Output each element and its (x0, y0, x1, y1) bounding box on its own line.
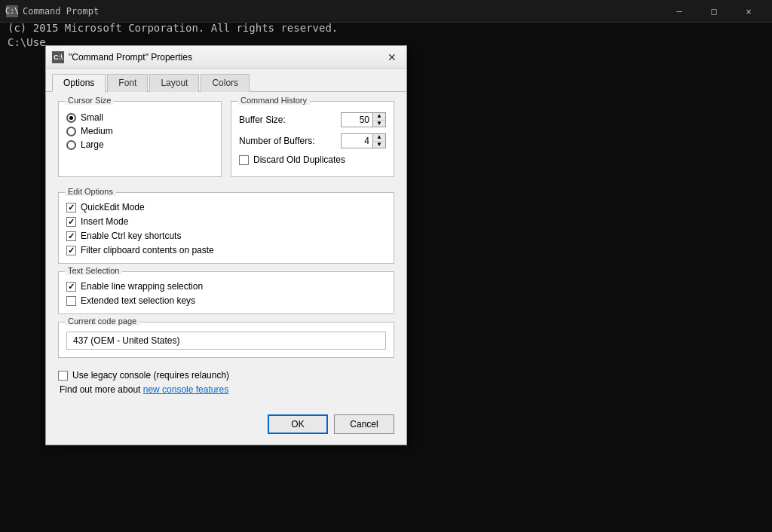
discard-duplicates-input[interactable] (239, 155, 249, 165)
cursor-size-label: Cursor Size (65, 96, 114, 105)
radio-small[interactable]: Small (66, 112, 213, 123)
cancel-button[interactable]: Cancel (334, 414, 394, 434)
ctrl-key-shortcuts-input[interactable] (66, 231, 76, 241)
tabs-bar: Options Font Layout Colors (46, 69, 406, 92)
edit-options-group: Edit Options QuickEdit Mode Insert Mode … (58, 192, 394, 264)
taskbar-icon: C:\ (6, 5, 18, 17)
taskbar: C:\ Command Prompt — □ ✕ (0, 0, 772, 23)
properties-dialog: C:\ "Command Prompt" Properties ✕ Option… (45, 45, 407, 445)
text-selection-group: Text Selection Enable line wrapping sele… (58, 271, 394, 314)
ctrl-key-shortcuts-label: Enable Ctrl key shortcuts (81, 231, 181, 241)
legacy-console-checkbox[interactable]: Use legacy console (requires relaunch) (58, 370, 394, 381)
extended-selection-input[interactable] (66, 296, 76, 306)
filter-clipboard-input[interactable] (66, 246, 76, 255)
ok-button[interactable]: OK (268, 414, 328, 434)
num-buffers-row: Number of Buffers: ▲ ▼ (239, 133, 386, 148)
buffer-size-spin-buttons: ▲ ▼ (372, 112, 386, 127)
dialog-footer: OK Cancel (46, 407, 406, 445)
radio-large-label: Large (81, 139, 104, 150)
radio-medium[interactable]: Medium (66, 126, 213, 136)
num-buffers-input[interactable] (341, 133, 372, 148)
buffer-size-down[interactable]: ▼ (373, 121, 385, 127)
extended-selection-label: Extended text selection keys (81, 295, 195, 306)
tab-options[interactable]: Options (52, 74, 106, 92)
radio-small-input[interactable] (66, 113, 76, 123)
code-page-group: Current code page 437 (OEM - United Stat… (58, 322, 394, 358)
dialog-titlebar-text: "Command Prompt" Properties (69, 52, 384, 63)
insert-mode-checkbox[interactable]: Insert Mode (66, 216, 386, 227)
radio-large-input[interactable] (66, 140, 76, 150)
cursor-size-group: Cursor Size Small Medium Large (58, 101, 222, 177)
quickedit-mode-input[interactable] (66, 203, 76, 212)
cursor-size-radios: Small Medium Large (66, 112, 213, 150)
insert-mode-input[interactable] (66, 217, 76, 227)
dialog-close-button[interactable]: ✕ (384, 49, 400, 66)
num-buffers-spin-buttons: ▲ ▼ (372, 133, 386, 148)
top-section: Cursor Size Small Medium Large (58, 101, 394, 185)
num-buffers-spinbox: ▲ ▼ (341, 133, 386, 148)
find-out-row: Find out more about new console features (58, 384, 394, 395)
dialog-body: Cursor Size Small Medium Large (46, 92, 406, 407)
legacy-console-input[interactable] (58, 371, 68, 381)
legacy-section: Use legacy console (requires relaunch) F… (58, 365, 394, 398)
buffer-size-spinbox: ▲ ▼ (341, 112, 386, 127)
dialog-titlebar-icon: C:\ (52, 51, 64, 63)
find-out-text: Find out more about (60, 384, 143, 395)
buffer-size-row: Buffer Size: ▲ ▼ (239, 112, 386, 127)
radio-medium-label: Medium (81, 126, 113, 136)
discard-duplicates-checkbox[interactable]: Discard Old Duplicates (239, 154, 386, 165)
enable-wrapping-input[interactable] (66, 282, 76, 292)
radio-medium-input[interactable] (66, 127, 76, 136)
tab-layout[interactable]: Layout (149, 74, 199, 92)
extended-selection-checkbox[interactable]: Extended text selection keys (66, 295, 386, 306)
num-buffers-down[interactable]: ▼ (373, 142, 385, 148)
discard-duplicates-label: Discard Old Duplicates (253, 154, 345, 165)
code-page-label: Current code page (65, 316, 139, 326)
taskbar-maximize-button[interactable]: □ (697, 0, 731, 23)
taskbar-close-button[interactable]: ✕ (731, 0, 766, 23)
command-history-label: Command History (237, 96, 310, 105)
code-page-value: 437 (OEM - United States) (66, 332, 386, 350)
edit-options-label: Edit Options (65, 187, 116, 196)
radio-small-label: Small (81, 112, 103, 123)
quickedit-mode-label: QuickEdit Mode (81, 202, 145, 212)
taskbar-title-text: Command Prompt (23, 6, 662, 17)
taskbar-buttons: — □ ✕ (662, 0, 766, 23)
insert-mode-label: Insert Mode (81, 216, 128, 227)
taskbar-minimize-button[interactable]: — (662, 0, 697, 23)
text-selection-label: Text Selection (65, 266, 122, 275)
quickedit-mode-checkbox[interactable]: QuickEdit Mode (66, 202, 386, 212)
tab-colors[interactable]: Colors (201, 74, 250, 92)
buffer-size-label: Buffer Size: (239, 115, 286, 125)
command-history-group: Command History Buffer Size: ▲ ▼ (231, 101, 394, 177)
ctrl-key-shortcuts-checkbox[interactable]: Enable Ctrl key shortcuts (66, 231, 386, 241)
filter-clipboard-label: Filter clipboard contents on paste (81, 245, 214, 255)
num-buffers-label: Number of Buffers: (239, 136, 315, 146)
dialog-titlebar: C:\ "Command Prompt" Properties ✕ (46, 46, 406, 69)
tab-font[interactable]: Font (107, 74, 148, 92)
enable-wrapping-checkbox[interactable]: Enable line wrapping selection (66, 281, 386, 292)
new-console-features-link[interactable]: new console features (143, 384, 228, 395)
enable-wrapping-label: Enable line wrapping selection (81, 281, 203, 292)
legacy-console-label: Use legacy console (requires relaunch) (72, 370, 229, 381)
buffer-size-input[interactable] (341, 112, 372, 127)
radio-large[interactable]: Large (66, 139, 213, 150)
filter-clipboard-checkbox[interactable]: Filter clipboard contents on paste (66, 245, 386, 255)
